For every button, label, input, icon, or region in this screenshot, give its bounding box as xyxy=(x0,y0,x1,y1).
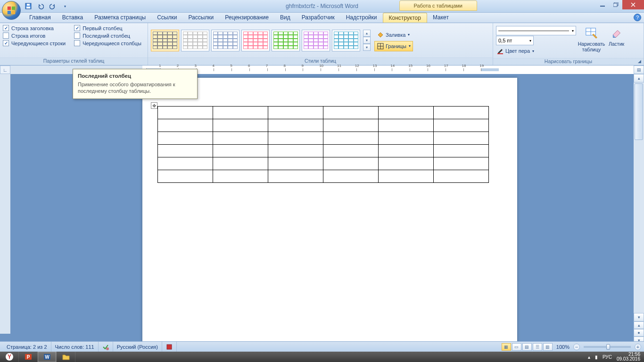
chk-last-col[interactable]: Последний столбец xyxy=(74,33,141,39)
taskbar-yandex-icon[interactable]: Y xyxy=(0,352,19,362)
scroll-thumb[interactable] xyxy=(635,83,643,140)
tray-battery-icon[interactable]: ▮ xyxy=(595,354,598,360)
page[interactable]: ✥ xyxy=(142,78,517,344)
view-draft-icon[interactable]: ▥ xyxy=(543,343,553,351)
draw-table-button[interactable]: Нарисовать таблицу xyxy=(579,25,604,53)
scroll-up-icon[interactable]: ▴ xyxy=(634,74,644,82)
tray-language[interactable]: РУС xyxy=(603,354,612,360)
status-macro-icon[interactable] xyxy=(162,342,177,352)
gallery-up-icon[interactable]: ▴ xyxy=(363,30,371,37)
status-proofing[interactable] xyxy=(99,342,113,352)
taskbar-powerpoint-icon[interactable]: P xyxy=(19,352,38,362)
view-outline-icon[interactable]: ☰ xyxy=(533,343,542,351)
redo-icon[interactable] xyxy=(48,1,58,11)
tray-clock[interactable]: 21:56 09.03.2016 xyxy=(617,352,640,362)
undo-icon[interactable] xyxy=(36,1,45,11)
style-thumb[interactable] xyxy=(302,30,330,51)
document-table[interactable] xyxy=(157,106,489,183)
minimize-button[interactable] xyxy=(596,0,609,9)
tab-table-design[interactable]: Конструктор xyxy=(383,13,427,23)
tab-references[interactable]: Ссылки xyxy=(151,13,182,23)
tooltip: Последний столбец Применение особого фор… xyxy=(73,69,198,99)
browse-object-icon[interactable]: ● xyxy=(634,329,644,337)
restore-button[interactable] xyxy=(609,0,622,9)
view-web-icon[interactable]: ▤ xyxy=(522,343,532,351)
vertical-ruler[interactable] xyxy=(0,74,10,334)
tab-pagelayout[interactable]: Разметка страницы xyxy=(89,13,151,23)
tab-mailings[interactable]: Рассылки xyxy=(182,13,219,23)
style-thumb[interactable] xyxy=(332,30,360,51)
taskbar-explorer-icon[interactable] xyxy=(57,352,75,362)
table-move-handle-icon[interactable]: ✥ xyxy=(151,102,157,109)
ruler-toggle-icon[interactable]: ▤ xyxy=(634,66,644,74)
scroll-down-icon[interactable]: ▾ xyxy=(634,313,644,321)
help-button[interactable]: ? xyxy=(634,14,641,21)
zoom-in-button[interactable]: + xyxy=(635,344,641,350)
svg-rect-2 xyxy=(8,11,11,14)
style-thumb[interactable] xyxy=(211,30,239,51)
pen-color-button[interactable]: Цвет пера▾ xyxy=(496,46,576,56)
svg-rect-9 xyxy=(613,3,617,7)
ribbon-tabs: Главная Вставка Разметка страницы Ссылки… xyxy=(0,13,644,23)
shading-button[interactable]: Заливка▾ xyxy=(374,30,413,40)
svg-point-17 xyxy=(106,347,109,350)
status-word-count[interactable]: Число слов: 111 xyxy=(51,342,99,352)
tab-view[interactable]: Вид xyxy=(274,13,296,23)
chk-first-col[interactable]: ✓Первый столбец xyxy=(74,25,141,31)
chk-banded-rows[interactable]: ✓Чередующиеся строки xyxy=(3,40,66,46)
chk-label: Первый столбец xyxy=(83,25,122,31)
svg-text:Y: Y xyxy=(7,354,11,360)
borders-button[interactable]: Границы▾ xyxy=(374,41,413,51)
eraser-button[interactable]: Ластик xyxy=(604,25,629,53)
dialog-launcher-icon[interactable]: ◢ xyxy=(636,58,643,65)
pen-style-combo[interactable]: ▾ xyxy=(496,26,576,35)
status-page[interactable]: Страница: 2 из 2 xyxy=(3,342,51,352)
view-fullscreen-icon[interactable]: ▭ xyxy=(512,343,521,351)
svg-rect-6 xyxy=(27,4,30,6)
prev-page-icon[interactable]: ▴ xyxy=(634,321,644,329)
tooltip-body: Применение особого форматирования к посл… xyxy=(78,81,192,95)
status-language[interactable]: Русский (Россия) xyxy=(113,342,162,352)
zoom-level[interactable]: 100% xyxy=(556,344,570,350)
chk-label: Чередующиеся столбцы xyxy=(83,41,141,46)
close-button[interactable] xyxy=(622,0,644,9)
style-thumb[interactable] xyxy=(272,30,300,51)
table-styles-gallery[interactable]: ▴ ▾ ▾ xyxy=(151,30,371,51)
style-thumb[interactable] xyxy=(241,30,270,51)
tab-review[interactable]: Рецензирование xyxy=(219,13,274,23)
ribbon: ✓Строка заголовка Строка итогов ✓Чередую… xyxy=(0,23,644,66)
chk-header-row[interactable]: ✓Строка заголовка xyxy=(3,25,66,31)
svg-rect-3 xyxy=(12,11,15,14)
gallery-down-icon[interactable]: ▾ xyxy=(363,37,371,44)
zoom-out-button[interactable]: − xyxy=(573,344,580,350)
tray-show-hidden-icon[interactable]: ▴ xyxy=(588,354,590,360)
tab-insert[interactable]: Вставка xyxy=(57,13,89,23)
taskbar-word-icon[interactable]: W xyxy=(38,352,57,362)
style-thumb[interactable] xyxy=(151,30,179,51)
vertical-scrollbar[interactable]: ▤ ▴ ▾ ▴ ● ▾ xyxy=(634,66,644,344)
qat-customize-icon[interactable]: ▾ xyxy=(60,1,70,11)
tab-table-layout[interactable]: Макет xyxy=(427,13,454,23)
btn-label: Ластик xyxy=(609,41,624,47)
tab-home[interactable]: Главная xyxy=(24,13,57,23)
pen-weight-combo[interactable]: 0,5 пт▾ xyxy=(496,36,534,45)
scroll-track[interactable] xyxy=(634,141,644,313)
style-thumb[interactable] xyxy=(181,30,209,51)
chk-total-row[interactable]: Строка итогов xyxy=(3,33,66,39)
view-print-layout-icon[interactable]: ▦ xyxy=(502,343,511,351)
tab-developer[interactable]: Разработчик xyxy=(296,13,340,23)
window-title: ghfrnbxtcrfz - Microsoft Word xyxy=(286,3,358,9)
svg-rect-7 xyxy=(600,6,605,7)
gallery-more-icon[interactable]: ▾ xyxy=(363,44,371,51)
title-bar: ▾ ghfrnbxtcrfz - Microsoft Word Работа с… xyxy=(0,0,644,13)
zoom-slider-thumb[interactable] xyxy=(606,344,610,350)
quick-access-toolbar: ▾ xyxy=(24,0,70,12)
office-button[interactable] xyxy=(2,1,21,20)
tab-addins[interactable]: Надстройки xyxy=(340,13,383,23)
tab-selector[interactable]: ∟ xyxy=(0,66,10,74)
save-icon[interactable] xyxy=(24,1,33,11)
btn-label: Границы xyxy=(386,43,406,49)
zoom-slider[interactable] xyxy=(584,346,631,348)
svg-rect-13 xyxy=(497,53,503,54)
chk-banded-cols[interactable]: Чередующиеся столбцы xyxy=(74,40,141,46)
